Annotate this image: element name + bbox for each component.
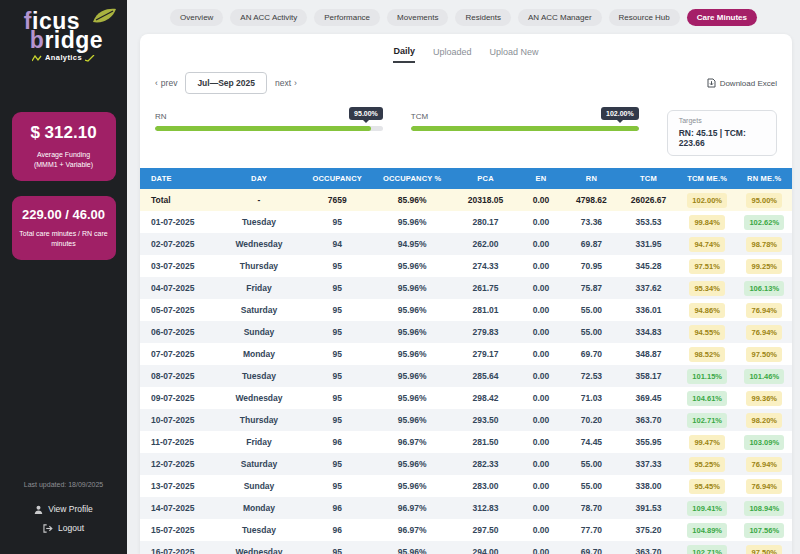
tcm-me-badge: 97.51% [689,259,725,274]
column-header: OCCUPANCY [303,168,371,189]
rn-me-badge: 76.94% [746,479,782,494]
care-minutes-table: DATEDAYOCCUPANCYOCCUPANCY %PCAENRNTCMTCM… [140,168,792,554]
chevron-right-icon: › [294,78,297,88]
period-range-selector[interactable]: Jul—Sep 2025 [185,72,267,94]
nav-pill-resource-hub[interactable]: Resource Hub [609,9,680,26]
tcm-me-badge: 102.71% [687,545,727,554]
table-row: 07-07-2025Monday95 95.96%279.170.00 69.7… [140,343,792,365]
table-row: 05-07-2025Saturday95 95.96%281.010.00 55… [140,299,792,321]
nav-pill-care-minutes[interactable]: Care Minutes [687,9,757,26]
table-row: 01-07-2025Tuesday95 95.96%280.170.00 73.… [140,211,792,233]
tab-bar: DailyUploadedUpload New [140,34,792,63]
column-header: DATE [140,168,215,189]
rn-me-badge: 98.20% [746,413,782,428]
logout-button[interactable]: Logout [0,523,127,533]
column-header: TCM [619,168,678,189]
table-row: 11-07-2025Friday96 96.97%281.500.00 74.4… [140,431,792,453]
rn-me-badge: 99.36% [746,391,782,406]
rn-progress-fill [155,126,371,131]
rn-me-badge: 76.94% [746,457,782,472]
rn-me-badge: 103.09% [744,435,784,450]
targets-box: Targets RN: 45.15 | TCM: 223.66 [667,110,777,156]
app-logo: ficus bridge Analytics [24,12,103,62]
rn-progress: RN 95.00% [155,110,383,131]
column-header: EN [518,168,564,189]
column-header: PCA [453,168,518,189]
prev-period-button[interactable]: ‹ prev [155,78,177,88]
nav-pill-movements[interactable]: Movements [387,9,448,26]
table-row: 09-07-2025Wednesday95 95.96%298.420.00 7… [140,387,792,409]
tcm-me-badge: 102.71% [687,413,727,428]
rn-me-badge: 95.00% [746,193,782,208]
metric-label: Total care minutes / RN care minutes [19,229,109,250]
tcm-me-badge: 109.41% [687,501,727,516]
targets-title: Targets [679,117,765,124]
nav-pill-an-acc-activity[interactable]: AN ACC Activity [230,9,307,26]
tcm-me-badge: 99.84% [689,215,725,230]
chevron-left-icon: ‹ [155,78,158,88]
tcm-me-badge: 104.89% [687,523,727,538]
table-row: 15-07-2025Tuesday96 96.97%297.500.00 77.… [140,519,792,541]
nav-pill-overview[interactable]: Overview [170,9,223,26]
tcm-progress-track [411,126,639,131]
rn-me-badge: 99.25% [746,259,782,274]
tcm-me-badge: 94.86% [689,303,725,318]
tab-daily[interactable]: Daily [393,46,415,63]
rn-me-badge: 101.46% [744,369,784,384]
table-row: 13-07-2025Sunday95 95.96%283.000.00 55.0… [140,475,792,497]
rn-me-badge: 107.56% [744,523,784,538]
rn-me-badge: 97.50% [746,545,782,554]
tcm-me-badge: 94.55% [689,325,725,340]
table-row: 10-07-2025Thursday95 95.96%293.500.00 70… [140,409,792,431]
column-header: OCCUPANCY % [371,168,453,189]
metric-card-average-funding: $ 312.10 Average Funding (MMM1 + Variabl… [12,112,116,181]
zigzag-right-icon [85,55,95,62]
nav-pill-residents[interactable]: Residents [455,9,511,26]
table-row: 04-07-2025Friday95 95.96%261.750.00 75.8… [140,277,792,299]
top-navigation: OverviewAN ACC ActivityPerformanceMoveme… [127,0,800,34]
period-controls: ‹ prev Jul—Sep 2025 next › Download Exce… [140,63,792,100]
nav-pill-an-acc-manager[interactable]: AN ACC Manager [518,9,602,26]
tcm-progress-label: TCM [411,112,428,121]
person-icon [34,505,43,514]
tcm-me-badge: 101.15% [687,369,727,384]
tcm-me-badge: 98.52% [689,347,725,362]
tcm-me-badge: 95.25% [689,457,725,472]
view-profile-button[interactable]: View Profile [0,504,127,514]
metric-card-care-minutes: 229.00 / 46.00 Total care minutes / RN c… [12,196,116,260]
table-row: 14-07-2025Monday96 96.97%312.830.00 78.7… [140,497,792,519]
nav-pill-performance[interactable]: Performance [314,9,380,26]
main-area: OverviewAN ACC ActivityPerformanceMoveme… [127,0,800,554]
content-card: DailyUploadedUpload New ‹ prev Jul—Sep 2… [140,34,792,554]
tab-uploaded[interactable]: Uploaded [433,46,472,63]
rn-progress-label: RN [155,112,167,121]
table-row: 03-07-2025Thursday95 95.96%274.330.00 70… [140,255,792,277]
table-row: 12-07-2025Saturday95 95.96%282.330.00 55… [140,453,792,475]
logo-subtitle: Analytics [24,55,103,62]
tcm-progress: TCM 102.00% [411,110,639,131]
column-header: DAY [215,168,303,189]
tab-upload-new[interactable]: Upload New [490,46,539,63]
rn-me-badge: 76.94% [746,303,782,318]
last-updated-text: Last updated: 18/09/2025 [0,481,127,488]
metric-label: Average Funding (MMM1 + Variable) [19,150,109,171]
tcm-me-badge: 94.74% [689,237,725,252]
table-row: 08-07-2025Tuesday95 95.96%285.640.00 72.… [140,365,792,387]
table-header: DATEDAYOCCUPANCYOCCUPANCY %PCAENRNTCMTCM… [140,168,792,189]
next-period-button[interactable]: next › [275,78,297,88]
table-row: 06-07-2025Sunday95 95.96%279.830.00 55.0… [140,321,792,343]
rn-me-badge: 102.62% [744,215,784,230]
zigzag-left-icon [32,55,42,62]
table-total-row: Total - 7659 85.96% 20318.05 0.00 4798.6… [140,189,792,211]
logo-text-line2: bridge [30,31,103,50]
tcm-progress-fill [411,126,639,131]
table-row: 02-07-2025Wednesday94 94.95%262.000.00 6… [140,233,792,255]
rn-me-badge: 97.50% [746,347,782,362]
sidebar: ficus bridge Analytics $ 312.10 Average … [0,0,127,554]
download-icon [707,78,716,88]
metric-value: 229.00 / 46.00 [19,207,109,222]
download-excel-button[interactable]: Download Excel [707,78,777,88]
targets-value: RN: 45.15 | TCM: 223.66 [679,128,765,148]
tcm-me-badge: 99.47% [689,435,725,450]
column-header: TCM ME.% [678,168,737,189]
